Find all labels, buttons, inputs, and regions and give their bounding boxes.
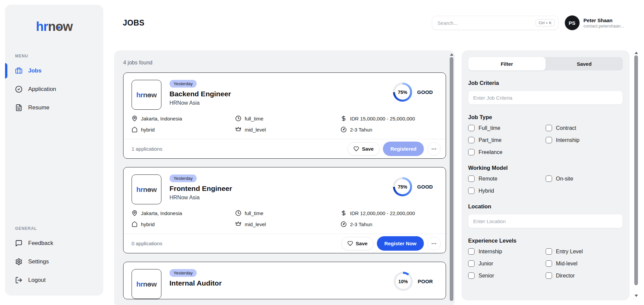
- crown-icon: [235, 221, 241, 227]
- checkbox-entry-level[interactable]: [546, 248, 552, 255]
- job-card-footer: 0 applications Save Register Now: [123, 234, 446, 253]
- checkbox-exp-internship[interactable]: [468, 248, 475, 255]
- job-title: Backend Engineer: [169, 90, 231, 98]
- checkbox-on-site[interactable]: [546, 175, 552, 182]
- user-info: Peter Shaan contact.petershaan...: [584, 17, 624, 29]
- match-score: 10% POOR: [394, 272, 438, 291]
- page-scrollbar[interactable]: [634, 50, 639, 300]
- more-options-button[interactable]: [427, 237, 441, 250]
- location-input[interactable]: [468, 214, 623, 228]
- scrollbar-thumb[interactable]: [634, 55, 638, 285]
- gear-icon: [15, 258, 22, 265]
- job-criteria-input[interactable]: [468, 91, 623, 105]
- sidebar: hrnow MENU Jobs Application Resume GENER…: [5, 5, 103, 296]
- working-model-options: Remote On-site Hybrid: [468, 175, 623, 194]
- sidebar-item-jobs[interactable]: Jobs: [5, 63, 99, 79]
- checkbox-director[interactable]: [546, 272, 552, 279]
- experience-options: Internship Entry Level Junior Mid-level …: [468, 248, 623, 279]
- scroll-up-arrow[interactable]: [450, 53, 453, 56]
- checkbox-mid-level[interactable]: [546, 260, 552, 267]
- more-options-button[interactable]: [427, 142, 441, 156]
- brand-logo: hrnow: [5, 5, 103, 48]
- clock-icon: [235, 115, 241, 121]
- job-card-header: hrnow Yesterday Internal Auditor 10% POO…: [132, 269, 438, 299]
- scroll-down-arrow[interactable]: [635, 295, 638, 297]
- circle-check-icon: [15, 86, 22, 93]
- job-location: Jakarta, Indonesia: [132, 210, 235, 216]
- ellipsis-icon: [431, 146, 437, 152]
- company-logo: hrnow: [132, 80, 161, 110]
- posted-badge: Yesterday: [169, 80, 197, 88]
- registered-button[interactable]: Registered: [383, 142, 424, 156]
- checkbox-hybrid[interactable]: [468, 188, 475, 194]
- sidebar-item-settings[interactable]: Settings: [5, 254, 99, 269]
- user-name: Peter Shaan: [584, 17, 624, 24]
- sidebar-item-logout[interactable]: Logout: [5, 272, 99, 288]
- scroll-up-arrow[interactable]: [635, 52, 638, 54]
- score-ring: 75%: [393, 177, 412, 196]
- job-criteria-heading: Job Criteria: [468, 80, 623, 86]
- sidebar-item-application[interactable]: Application: [5, 82, 99, 97]
- option-director: Director: [546, 272, 623, 279]
- working-model-heading: Working Model: [468, 165, 623, 171]
- job-experience: 2-3 Tahun: [341, 126, 438, 133]
- tab-saved[interactable]: Saved: [546, 57, 623, 70]
- brand-logo-text: hrnow: [36, 20, 72, 33]
- tab-filter[interactable]: Filter: [468, 57, 546, 70]
- search-box[interactable]: Ctrl + K: [432, 16, 558, 30]
- score-rating: GOOD: [417, 184, 433, 190]
- job-type: full_time: [235, 210, 341, 216]
- user-handle: contact.petershaan...: [584, 23, 624, 29]
- checkbox-contract[interactable]: [546, 125, 552, 131]
- dollar-icon: [341, 115, 347, 121]
- applications-count: 1 applications: [132, 146, 162, 152]
- footer-actions: Save Register Now: [341, 236, 441, 251]
- home-icon: [132, 126, 138, 133]
- checkbox-freelance[interactable]: [468, 149, 475, 155]
- job-card-footer: 1 applications Save Registered: [123, 139, 446, 158]
- job-salary: IDR 12,000,000 - 22,000,000: [341, 210, 438, 216]
- checkbox-full-time[interactable]: [468, 125, 475, 131]
- job-card-main: Yesterday Internal Auditor: [169, 269, 222, 287]
- briefcase-icon: [15, 67, 22, 74]
- job-details: Jakarta, Indonesia full_time IDR 15,000,…: [132, 115, 438, 139]
- posted-badge: Yesterday: [169, 269, 197, 277]
- job-card-body: hrnow Yesterday Backend Engineer HRNow A…: [123, 73, 446, 139]
- job-card-body: hrnow Yesterday Internal Auditor 10% POO…: [123, 262, 446, 299]
- score-rating: POOR: [418, 278, 433, 284]
- job-location: Jakarta, Indonesia: [132, 115, 235, 121]
- jobs-scrollbar[interactable]: [449, 52, 454, 305]
- save-button[interactable]: Save: [341, 237, 374, 250]
- job-card-main: Yesterday Frontend Engineer HRNow Asia: [169, 174, 232, 201]
- save-button[interactable]: Save: [347, 142, 380, 156]
- checkbox-internship[interactable]: [546, 137, 552, 143]
- option-remote: Remote: [468, 175, 546, 182]
- job-title: Internal Auditor: [169, 279, 222, 287]
- menu-section-label: MENU: [15, 54, 103, 58]
- job-card-header: hrnow Yesterday Backend Engineer HRNow A…: [132, 80, 438, 110]
- score-percent: 75%: [395, 85, 410, 100]
- option-part-time: Part_time: [468, 137, 546, 143]
- company-logo-text: hrnow: [136, 281, 157, 288]
- checkbox-part-time[interactable]: [468, 137, 475, 143]
- avatar[interactable]: PS: [565, 15, 580, 30]
- search-input[interactable]: [437, 20, 536, 26]
- home-icon: [132, 221, 138, 227]
- file-text-icon: [15, 104, 22, 111]
- option-contract: Contract: [546, 125, 623, 131]
- job-card: hrnow Yesterday Internal Auditor 10% POO…: [123, 262, 446, 299]
- checkbox-senior[interactable]: [468, 272, 475, 279]
- company-logo-text: hrnow: [136, 186, 157, 193]
- filter-panel: Filter Saved Job Criteria Job Type Full_…: [461, 50, 630, 300]
- clock-icon: [235, 210, 241, 216]
- checkbox-remote[interactable]: [468, 175, 475, 182]
- scrollbar-thumb[interactable]: [450, 57, 453, 301]
- match-score: 75% GOOD: [393, 83, 438, 102]
- sidebar-item-feedback[interactable]: Feedback: [5, 236, 99, 251]
- checkbox-junior[interactable]: [468, 260, 475, 267]
- sidebar-item-resume[interactable]: Resume: [5, 100, 99, 115]
- register-now-button[interactable]: Register Now: [377, 236, 424, 251]
- score-percent: 75%: [395, 179, 410, 194]
- job-type-options: Full_time Contract Part_time Internship …: [468, 125, 623, 155]
- sidebar-item-label: Logout: [28, 277, 46, 284]
